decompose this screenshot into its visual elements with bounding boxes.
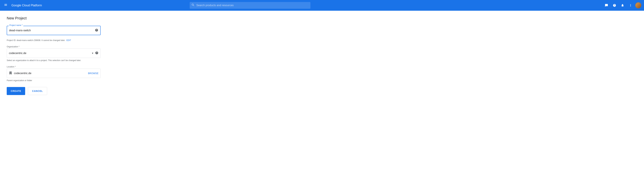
edit-project-id-link[interactable]: EDIT — [66, 39, 71, 41]
project-name-help-icon[interactable] — [95, 28, 98, 33]
header-title: Google Cloud Platform — [12, 4, 42, 7]
project-id-suffix: It cannot be changed later. — [42, 39, 65, 41]
project-name-input-wrap — [7, 26, 100, 35]
location-value: codecentric.de — [14, 72, 88, 75]
location-field-group: Location codecentric.de BROWSE — [7, 66, 100, 78]
feedback-icon[interactable] — [603, 2, 610, 9]
main-content: New Project Project name Project ID: dea… — [0, 11, 644, 174]
organization-help-icon[interactable] — [95, 51, 98, 55]
browse-link[interactable]: BROWSE — [88, 72, 98, 75]
menu-icon[interactable] — [3, 2, 9, 9]
header-search — [190, 2, 310, 9]
help-icon[interactable] — [611, 2, 618, 9]
notifications-icon[interactable] — [619, 2, 626, 9]
new-project-form: Project name Project ID: dead-mans-switc… — [7, 26, 100, 95]
header: Google Cloud Platform — [0, 0, 644, 11]
organization-select[interactable]: codecentric.de ▼ — [7, 49, 100, 58]
location-field: codecentric.de BROWSE — [7, 69, 100, 78]
project-id-prefix: Project ID: — [7, 39, 16, 41]
chevron-down-icon: ▼ — [92, 52, 94, 55]
location-hint: Parent organization or folder — [7, 79, 100, 82]
avatar-image — [635, 2, 641, 8]
button-row: CREATE CANCEL — [7, 87, 100, 95]
cancel-button[interactable]: CANCEL — [28, 87, 47, 95]
organization-field-group: Organization codecentric.de ▼ — [7, 46, 100, 58]
organization-label: Organization — [7, 46, 100, 48]
more-options-icon[interactable] — [627, 2, 634, 9]
header-logo-area: Google Cloud Platform — [12, 4, 42, 7]
avatar[interactable] — [635, 2, 641, 8]
project-id-value: dead-mans-switch-236608. — [16, 39, 41, 41]
location-label: Location — [7, 66, 100, 68]
location-building-icon — [9, 71, 12, 76]
project-id-text: Project ID: dead-mans-switch-236608. It … — [7, 39, 100, 41]
organization-value: codecentric.de — [9, 52, 92, 55]
project-name-input[interactable] — [9, 29, 95, 32]
project-name-label: Project name — [9, 24, 23, 26]
organization-hint: Select an organization to attach it to a… — [7, 59, 100, 62]
create-button[interactable]: CREATE — [7, 87, 25, 95]
search-input[interactable] — [190, 2, 310, 9]
header-actions — [603, 2, 641, 9]
project-name-field-group: Project name — [7, 26, 100, 35]
search-icon — [191, 3, 195, 7]
page-title: New Project — [7, 16, 637, 20]
